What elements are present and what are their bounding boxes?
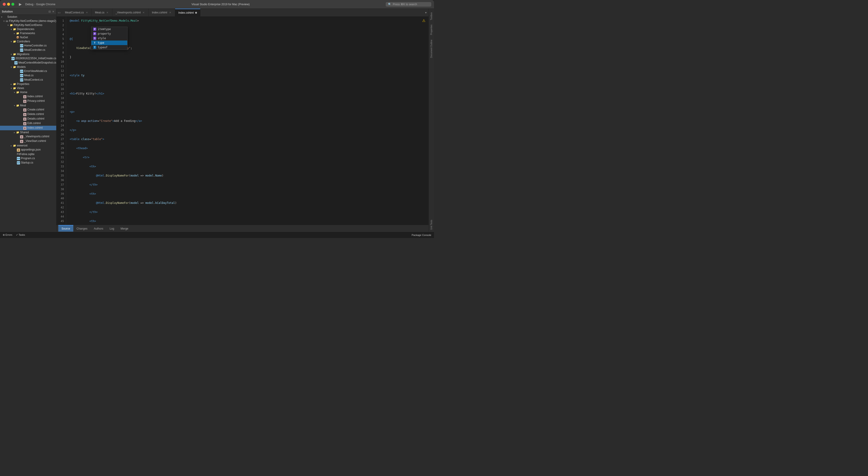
line-number-33: 33 [59, 164, 64, 169]
tree-item--viewimports-cshtml[interactable]: {}_ViewImports.cshtml [0, 135, 56, 139]
tree-item-solution[interactable]: ▾Solution [0, 15, 56, 19]
ac-label-itemtype: itemtype [98, 28, 111, 31]
tree-arrow[interactable]: ▸ [13, 131, 16, 134]
maximize-button[interactable] [11, 3, 14, 6]
line-number-28: 28 [59, 142, 64, 146]
line-number-16: 16 [59, 87, 64, 91]
tree-arrow[interactable]: ▸ [9, 144, 13, 147]
code-editor[interactable]: 1234567891011121314151617181920212223242… [57, 17, 429, 225]
run-button[interactable]: ▶ [19, 2, 22, 6]
tasks-status[interactable]: ✓ Tasks [16, 233, 25, 236]
tree-item-nuget[interactable]: 📦NuGet [0, 35, 56, 39]
line-number-9: 9 [59, 55, 64, 59]
tree-arrow[interactable]: ▾ [0, 16, 3, 18]
unit-tests-panel[interactable]: Unit Tests [430, 218, 433, 232]
tree-arrow[interactable]: ▾ [13, 91, 16, 94]
tree-item-properties[interactable]: ▸📁Properties [0, 82, 56, 86]
tree-item-delete-cshtml[interactable]: {}Delete.cshtml [0, 112, 56, 117]
tab-overflow[interactable]: ▾ [423, 9, 429, 17]
autocomplete-item-property[interactable]: Pproperty [91, 31, 127, 36]
tree-arrow[interactable]: ▸ [13, 32, 16, 35]
close-icon[interactable]: ✕ [52, 10, 55, 13]
tree-arrow[interactable]: ▾ [9, 40, 13, 43]
tree-item-mealcontext-cs[interactable]: C#MealContext.cs [0, 78, 56, 82]
autocomplete-item-typeof[interactable]: Ttypeof [91, 45, 127, 50]
tree-arrow[interactable]: ▾ [9, 53, 13, 56]
tree-item-fitfeline-sqlite[interactable]: FitFeline.sqlite [0, 152, 56, 156]
tree-arrow[interactable]: ▾ [13, 104, 16, 107]
tree-item-models[interactable]: ▾📁Models [0, 65, 56, 69]
close-button[interactable] [3, 3, 6, 6]
tree-item--viewstart-cshtml[interactable]: {}_ViewStart.cshtml [0, 139, 56, 144]
tree-item-details-cshtml[interactable]: {}Details.cshtml [0, 117, 56, 121]
tree-arrow[interactable]: ▾ [6, 24, 9, 26]
tree-item-mealcontroller-cs[interactable]: C#MealController.cs [0, 48, 56, 52]
tree-item-20190916223534-initialcreate-cs[interactable]: C#20190916223534_InitialCreate.cs [0, 56, 56, 61]
autocomplete-item-style[interactable]: Sstyle [91, 36, 127, 40]
tree-item-home[interactable]: ▾📁Home [0, 90, 56, 94]
tree-item-startup-cs[interactable]: C#Startup.cs [0, 160, 56, 165]
tree-arrow[interactable]: ▾ [9, 28, 13, 31]
tree-label: {}Create.cshtml [23, 108, 44, 112]
sc-tab-source[interactable]: Source [58, 225, 73, 232]
tree-item-program-cs[interactable]: C#Program.cs [0, 156, 56, 160]
tree-icon: 📁 [16, 32, 20, 35]
tree-item-meal-cs[interactable]: C#Meal.cs [0, 73, 56, 78]
tree-item-controllers[interactable]: ▾📁Controllers [0, 39, 56, 43]
sc-tab-authors[interactable]: Authors [91, 225, 106, 232]
tree-item-dependencies[interactable]: ▾📁Dependencies [0, 27, 56, 31]
tab-index-inactive[interactable]: Index.cshtml ✕ [149, 9, 175, 17]
tree-arrow[interactable]: ▾ [3, 20, 5, 22]
errors-status[interactable]: ⊗ Errors [3, 233, 12, 236]
tree-item-shared[interactable]: ▸📁Shared [0, 130, 56, 135]
tab-viewimports-close[interactable]: ✕ [142, 11, 145, 14]
tree-item-wwwroot[interactable]: ▸📁wwwroot [0, 144, 56, 148]
tree-item-index-cshtml[interactable]: {}Index.cshtml [0, 126, 56, 130]
tab-meal-close[interactable]: ✕ [106, 11, 109, 14]
sc-tab-merge[interactable]: Merge [117, 225, 131, 232]
tab-mealcontext-close[interactable]: ✕ [85, 11, 88, 14]
tree-arrow[interactable]: ▾ [9, 66, 13, 68]
tree-item-edit-cshtml[interactable]: {}Edit.cshtml [0, 121, 56, 126]
tree-item-meal[interactable]: ▾📁Meal [0, 103, 56, 108]
toolbox-panel[interactable]: Toolbox [430, 10, 433, 22]
nav-forward-icon[interactable]: › [59, 11, 61, 14]
tab-meal[interactable]: Meal.cs ✕ [92, 9, 112, 17]
search-bar[interactable]: 🔍 Press ⌘K to search [386, 2, 431, 7]
sc-tab-log[interactable]: Log [106, 225, 117, 232]
document-outline-panel[interactable]: Document Outline [430, 38, 433, 60]
tree-arrow[interactable]: ▾ [9, 87, 13, 90]
tree-item-homecontroller-cs[interactable]: C#HomeController.cs [0, 43, 56, 48]
tab-mealcontext[interactable]: MealContext.cs ✕ [62, 9, 92, 17]
line-number-20: 20 [59, 105, 64, 110]
line-number-18: 18 [59, 96, 64, 100]
tree-item-mealcontextmodelsnapshot-cs[interactable]: C#MealContextModelSnapshot.cs [0, 61, 56, 65]
tree-item-errorviewmodel-cs[interactable]: C#ErrorViewModel.cs [0, 69, 56, 73]
nav-back-icon[interactable]: ‹ [58, 11, 59, 14]
breadcrumb-browser: Google Chrome [36, 3, 55, 6]
minimize-button[interactable] [7, 3, 10, 6]
autocomplete-item-type[interactable]: Ttype [91, 40, 127, 45]
sc-tab-changes[interactable]: Changes [73, 225, 91, 232]
line-number-27: 27 [59, 137, 64, 142]
tree-item-privacy-cshtml[interactable]: {}Privacy.cshtml [0, 99, 56, 103]
tree-item-appsettings-json[interactable]: {}appsettings.json [0, 148, 56, 152]
properties-panel[interactable]: Properties [430, 23, 433, 37]
tree-item-views[interactable]: ▾📁Views [0, 86, 56, 90]
tree-item-fittykitty-netconfdemo--demo-stage2-[interactable]: ▾🗂FittyKitty-NetConfDemo (demo-stage2) [0, 19, 56, 23]
collapse-icon[interactable]: ⊟ [49, 10, 51, 13]
tab-viewimports[interactable]: _ViewImports.cshtml ✕ [112, 9, 149, 17]
tree-item-create-cshtml[interactable]: {}Create.cshtml [0, 108, 56, 112]
package-console[interactable]: Package Console [412, 234, 431, 236]
autocomplete-popup[interactable]: PitemtypePpropertySstyleTtypeTtypeof [91, 27, 127, 50]
autocomplete-item-itemtype[interactable]: Pitemtype [91, 27, 127, 31]
line-number-35: 35 [59, 173, 64, 178]
tree-item-frameworks[interactable]: ▸📁Frameworks [0, 31, 56, 35]
tree-item-fittykitty-netconfdemo[interactable]: ▾📁FittyKitty-NetConfDemo [0, 23, 56, 27]
tab-index-active[interactable]: Index.cshtml [175, 9, 200, 17]
tree-label: Home [20, 91, 27, 94]
tree-item-migrations[interactable]: ▾📁Migrations [0, 52, 56, 56]
tree-item-index-cshtml[interactable]: {}Index.cshtml [0, 94, 56, 99]
tree-arrow[interactable]: ▸ [9, 83, 13, 85]
tab-index-inactive-close[interactable]: ✕ [168, 11, 172, 14]
